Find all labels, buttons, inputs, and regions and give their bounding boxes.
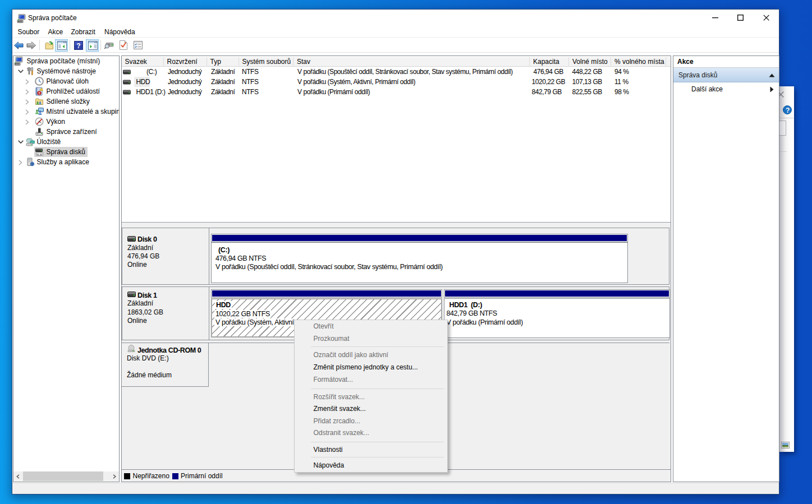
svg-text:?: ? [76, 42, 80, 50]
